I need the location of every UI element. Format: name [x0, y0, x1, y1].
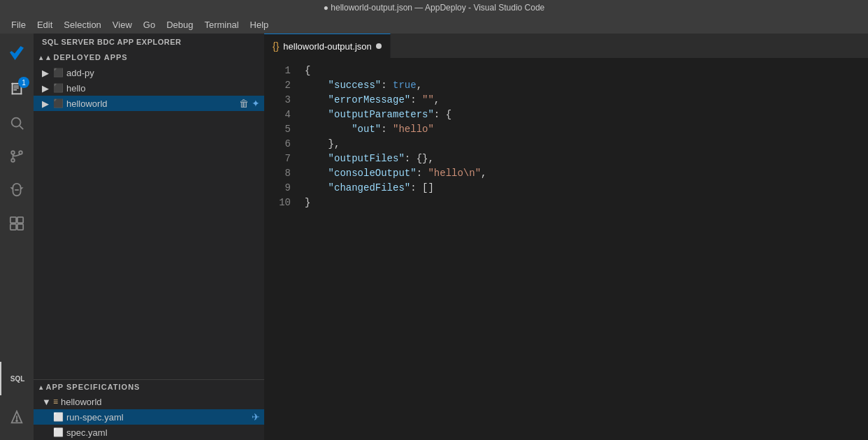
vscode-logo: [0, 36, 34, 70]
spec-group-label: helloworld: [61, 397, 102, 407]
menu-go[interactable]: Go: [138, 15, 161, 34]
svg-point-10: [11, 159, 15, 162]
menu-selection[interactable]: Selection: [58, 15, 106, 34]
svg-rect-1: [12, 83, 13, 94]
tab-file-icon: {}: [273, 41, 279, 52]
svg-point-9: [11, 151, 15, 154]
editor-content[interactable]: 1 2 3 4 5 6 7 8 9 10 { "success": true, …: [264, 58, 868, 440]
spec-group-arrow: ▼: [42, 397, 53, 407]
title-text: ● helloworld-output.json — AppDeploy - V…: [324, 3, 545, 13]
tree-item-helloworld[interactable]: ▶ ⬛ helloworld 🗑 ✦: [34, 96, 264, 111]
run-spec-icon: ⬜: [53, 412, 64, 422]
bdc-header: SQL SERVER BDC APP EXPLORER: [34, 34, 264, 50]
helloworld-arrow: ▶: [42, 98, 53, 109]
menu-view[interactable]: View: [107, 15, 138, 34]
svg-rect-16: [10, 224, 16, 230]
svg-line-8: [20, 126, 23, 129]
menu-debug[interactable]: Debug: [161, 15, 198, 34]
spec-yaml-label: spec.yaml: [66, 427, 108, 438]
svg-rect-4: [13, 86, 18, 87]
app-specs-panel: ▴ APP SPECIFICATIONS ▼ ≡ helloworld ⬜ ru…: [34, 379, 264, 440]
app-specs-arrow: ▴: [39, 383, 43, 391]
run-spec-label: run-spec.yaml: [66, 412, 124, 423]
menu-help[interactable]: Help: [245, 15, 275, 34]
explorer-badge: 1: [18, 77, 29, 88]
deployed-apps-title: ▴ ▴ DEPLOYED APPS: [34, 50, 264, 65]
activity-bar: 1: [0, 34, 34, 440]
helloworld-actions: 🗑 ✦: [239, 98, 260, 109]
tree-item-helloworld-spec[interactable]: ▼ ≡ helloworld: [34, 394, 264, 409]
menu-edit[interactable]: Edit: [31, 15, 58, 34]
add-py-arrow: ▶: [42, 68, 53, 78]
deployed-apps-arrow: ▴: [39, 54, 43, 61]
svg-rect-6: [13, 89, 17, 90]
tree-item-hello[interactable]: ▶ ⬛ hello: [34, 80, 264, 96]
svg-rect-15: [17, 217, 23, 223]
tree-item-spec-yaml[interactable]: ⬜ spec.yaml: [34, 425, 264, 440]
code-editor[interactable]: { "success": true, "errorMessage": "", "…: [299, 58, 868, 440]
editor-area: {} helloworld-output.json 1 2 3 4 5 6 7 …: [264, 34, 868, 440]
search-activity-icon[interactable]: [0, 106, 34, 140]
helloworld-output-tab[interactable]: {} helloworld-output.json: [264, 34, 391, 58]
tab-modified-dot: [376, 43, 382, 49]
run-spec-actions: ✈: [252, 411, 260, 423]
svg-rect-14: [10, 217, 16, 223]
sidebar: SQL SERVER BDC APP EXPLORER ▴ ▴ DEPLOYED…: [34, 34, 264, 440]
sql-bdc-activity-icon[interactable]: SQL: [0, 362, 34, 395]
main-layout: 1: [0, 34, 868, 440]
svg-point-19: [16, 420, 17, 422]
spec-group-icon: ≡: [53, 397, 58, 406]
deploy-activity-icon[interactable]: [0, 401, 34, 434]
run-icon[interactable]: ✈: [252, 411, 260, 423]
app-specs-title: ▴ APP SPECIFICATIONS: [34, 380, 264, 394]
tab-bar: {} helloworld-output.json: [264, 34, 868, 58]
svg-point-7: [12, 118, 21, 127]
spec-yaml-icon: ⬜: [53, 427, 64, 437]
tab-label: helloworld-output.json: [283, 41, 371, 52]
svg-rect-17: [17, 224, 23, 230]
menu-file[interactable]: File: [6, 15, 31, 34]
svg-rect-5: [13, 87, 18, 88]
hello-label: hello: [66, 83, 85, 94]
delete-icon[interactable]: 🗑: [239, 98, 249, 109]
menu-bar: File Edit Selection View Go Debug Termin…: [0, 15, 868, 34]
debug-activity-icon[interactable]: [0, 173, 34, 207]
helloworld-icon: ⬛: [53, 98, 64, 108]
add-py-label: add-py: [66, 68, 94, 78]
svg-point-11: [19, 151, 22, 154]
hello-icon: ⬛: [53, 83, 64, 93]
source-control-activity-icon[interactable]: [0, 140, 34, 173]
deployed-apps-panel: ▴ ▴ DEPLOYED APPS ▶ ⬛ add-py ▶ ⬛ hello ▶…: [34, 50, 264, 379]
tree-item-add-py[interactable]: ▶ ⬛ add-py: [34, 65, 264, 80]
svg-rect-2: [12, 94, 22, 95]
hello-arrow: ▶: [42, 83, 53, 94]
menu-terminal[interactable]: Terminal: [198, 15, 244, 34]
extensions-activity-icon[interactable]: [0, 207, 34, 240]
deploy-icon[interactable]: ✦: [252, 98, 260, 109]
explorer-activity-icon[interactable]: 1: [0, 73, 34, 106]
line-numbers: 1 2 3 4 5 6 7 8 9 10: [264, 58, 299, 440]
title-bar: ● helloworld-output.json — AppDeploy - V…: [0, 0, 868, 15]
add-py-icon: ⬛: [53, 68, 64, 78]
tree-item-run-spec[interactable]: ⬜ run-spec.yaml ✈: [34, 409, 264, 425]
helloworld-label: helloworld: [66, 98, 108, 109]
